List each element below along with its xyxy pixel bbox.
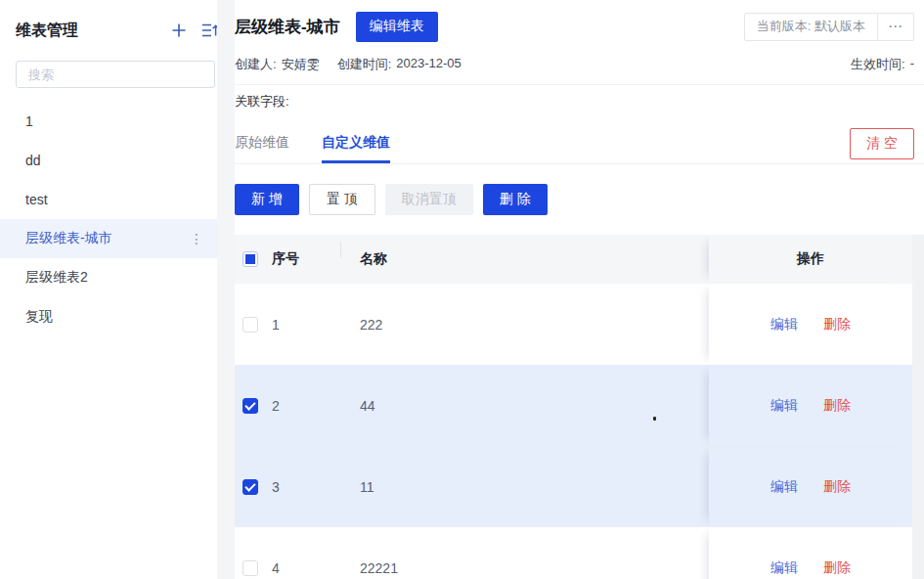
sidebar-item[interactable]: dd	[0, 141, 217, 180]
delete-link[interactable]: 删除	[823, 316, 851, 334]
header-name: 名称	[340, 250, 709, 268]
row-index: 4	[272, 560, 340, 576]
toolbar: 新 增 置 顶 取消置顶 删 除	[235, 184, 548, 215]
related-fields-label: 关联字段:	[235, 93, 289, 111]
sidebar-title: 维表管理	[16, 22, 78, 38]
version-selector[interactable]: 当前版本: 默认版本 ⋯	[744, 13, 914, 41]
sidebar-item[interactable]: 层级维表2	[0, 258, 217, 297]
tab-original-values[interactable]: 原始维值	[235, 126, 289, 163]
row-name: 11	[340, 479, 709, 495]
more-actions-icon[interactable]: ⋯	[878, 14, 913, 40]
sidebar-item[interactable]: 1	[0, 102, 217, 141]
sidebar-item-label: 复现	[25, 308, 53, 326]
pin-button[interactable]: 置 顶	[309, 184, 375, 215]
row-check-cell	[235, 284, 272, 365]
main-panel: 层级维表-城市 编辑维表 当前版本: 默认版本 ⋯ 创建人: 安婧雯 创建时间:…	[235, 0, 924, 579]
row-checkbox[interactable]	[242, 398, 258, 414]
select-all-checkbox[interactable]	[242, 251, 258, 267]
app-window: 维表管理 1ddtest层级维表-城市⋮层级维表2复现 层级维表-城市 编辑维表…	[0, 0, 924, 579]
row-checkbox[interactable]	[242, 479, 258, 495]
sidebar-item-label: 层级维表2	[25, 269, 88, 287]
delete-link[interactable]: 删除	[823, 397, 851, 415]
table-body: 1222编辑删除244编辑删除311编辑删除422221编辑删除	[235, 284, 912, 579]
cursor-artifact	[653, 417, 656, 421]
row-index: 2	[272, 398, 340, 414]
creator-label: 创建人:	[235, 56, 277, 73]
sidebar: 维表管理 1ddtest层级维表-城市⋮层级维表2复现	[0, 0, 217, 579]
row-name: 222	[340, 317, 709, 333]
sort-list-icon[interactable]	[200, 20, 217, 41]
delete-button[interactable]: 删 除	[483, 184, 548, 215]
header-actions: 操作	[709, 235, 912, 284]
panel-divider	[217, 0, 235, 579]
delete-link[interactable]: 删除	[823, 478, 851, 496]
row-name: 22221	[340, 560, 709, 576]
sidebar-item[interactable]: 复现	[0, 297, 217, 336]
kebab-menu-icon[interactable]: ⋮	[190, 231, 217, 246]
creator-info: 创建人: 安婧雯	[235, 56, 320, 73]
effective-info: 生效时间: -	[851, 56, 914, 73]
edit-link[interactable]: 编辑	[770, 397, 798, 415]
created-info: 创建时间: 2023-12-05	[337, 56, 462, 73]
vertical-scrollbar[interactable]	[912, 235, 924, 579]
row-check-cell	[235, 365, 272, 446]
row-checkbox[interactable]	[242, 317, 258, 333]
created-label: 创建时间:	[337, 56, 392, 73]
table-row: 422221编辑删除	[235, 527, 912, 579]
sidebar-actions	[168, 18, 217, 43]
row-index: 1	[272, 317, 340, 333]
page-title: 层级维表-城市	[235, 16, 340, 38]
add-icon[interactable]	[168, 20, 190, 41]
table-header-row: 序号 名称 操作	[235, 235, 912, 284]
header-index: 序号	[272, 250, 340, 268]
sidebar-item-label: dd	[25, 153, 41, 168]
tab-custom-values[interactable]: 自定义维值	[322, 126, 390, 163]
effective-value: -	[910, 56, 914, 73]
meta-row: 创建人: 安婧雯 创建时间: 2023-12-05 生效时间: -	[235, 56, 914, 73]
row-check-cell	[235, 527, 272, 579]
edit-link[interactable]: 编辑	[770, 316, 798, 334]
row-check-cell	[235, 446, 272, 527]
search-input[interactable]	[16, 61, 215, 88]
unpin-button[interactable]: 取消置顶	[385, 184, 473, 215]
header-check-cell	[235, 235, 272, 284]
row-index: 3	[272, 479, 340, 495]
row-actions-cell: 编辑删除	[709, 446, 912, 527]
values-table: 序号 名称 操作 1222编辑删除244编辑删除311编辑删除422221编辑删…	[235, 235, 912, 579]
created-value: 2023-12-05	[396, 56, 462, 73]
table-row: 311编辑删除	[235, 446, 912, 527]
sidebar-item-label: 1	[25, 113, 33, 129]
tabs: 原始维值 自定义维值	[235, 126, 924, 164]
edit-link[interactable]: 编辑	[770, 559, 798, 577]
sidebar-item[interactable]: test	[0, 180, 217, 219]
add-button[interactable]: 新 增	[235, 184, 299, 215]
edit-table-button[interactable]: 编辑维表	[356, 12, 438, 42]
row-name: 44	[340, 398, 709, 414]
title-row: 层级维表-城市 编辑维表 当前版本: 默认版本 ⋯	[235, 11, 914, 42]
row-actions-cell: 编辑删除	[709, 284, 912, 365]
section-divider	[235, 84, 924, 85]
delete-link[interactable]: 删除	[823, 559, 851, 577]
sidebar-list: 1ddtest层级维表-城市⋮层级维表2复现	[0, 102, 217, 336]
edit-link[interactable]: 编辑	[770, 478, 798, 496]
sidebar-item-label: 层级维表-城市	[25, 230, 112, 247]
row-actions-cell: 编辑删除	[709, 527, 912, 579]
creator-value: 安婧雯	[282, 56, 320, 73]
current-version-label: 当前版本: 默认版本	[745, 14, 877, 40]
effective-label: 生效时间:	[851, 56, 905, 73]
row-checkbox[interactable]	[242, 560, 258, 576]
sidebar-item[interactable]: 层级维表-城市⋮	[0, 219, 217, 258]
table-row: 1222编辑删除	[235, 284, 912, 365]
table-row: 244编辑删除	[235, 365, 912, 446]
sidebar-item-label: test	[25, 192, 48, 207]
clear-button[interactable]: 清 空	[850, 128, 914, 159]
row-actions-cell: 编辑删除	[709, 365, 912, 446]
